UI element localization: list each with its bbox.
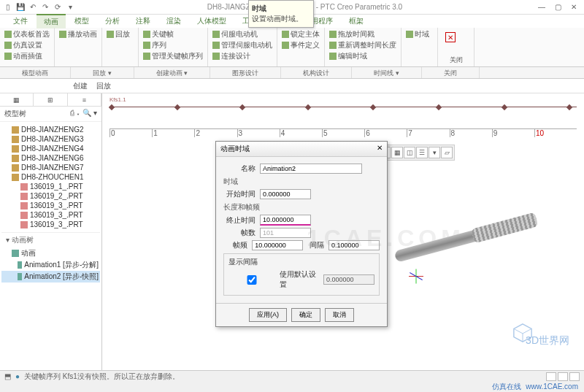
dialog-close-icon[interactable]: ✕ [377, 144, 383, 154]
clock-icon [329, 31, 337, 38]
sidebar-tab[interactable]: ≡ [68, 93, 101, 106]
keyframe-marker[interactable] [109, 104, 115, 110]
ribbon-item[interactable]: 序列 [143, 40, 203, 50]
minimize-icon[interactable]: — [534, 2, 549, 12]
timeline[interactable]: Kfs1.1 [110, 107, 577, 114]
tree-node: DH8-JIANZHENG7 [1, 163, 100, 172]
event-icon [282, 42, 289, 49]
close-ribbon-button[interactable]: ✕ [445, 32, 456, 42]
ribbon-item[interactable]: 回放 [107, 29, 134, 39]
name-input[interactable] [260, 164, 362, 174]
ribbon-item[interactable]: 伺服电动机 [212, 29, 272, 39]
tree-node: 136019_3_.PRT [1, 201, 100, 210]
keyframe-marker[interactable] [305, 104, 311, 110]
cancel-button[interactable]: 取消 [325, 308, 354, 322]
keyframe-marker[interactable] [174, 104, 180, 110]
regen-icon[interactable]: ⟳ [53, 2, 63, 12]
tab-annotate[interactable]: 注释 [128, 15, 158, 28]
display-interval-input[interactable] [323, 274, 374, 285]
open-icon[interactable]: ▯ [3, 2, 13, 12]
keyframe-marker[interactable] [370, 104, 376, 110]
ribbon-item[interactable]: 管理关键帧序列 [143, 51, 203, 61]
sidebar-tab[interactable]: ▦ [0, 93, 34, 106]
keyframe-marker[interactable] [566, 104, 572, 110]
ribbon-item[interactable]: 连接设计 [212, 51, 272, 61]
ribbon-item[interactable]: 仿真设置 [4, 40, 50, 50]
ribbon-item[interactable]: 关键帧 [143, 29, 203, 39]
start-time-input[interactable] [260, 189, 311, 199]
group-label[interactable]: 回放 ▾ [71, 67, 134, 78]
ribbon-item[interactable]: 编辑时域 [329, 51, 396, 61]
tab-frame[interactable]: 框架 [342, 15, 371, 28]
keyframe-marker[interactable] [436, 104, 442, 110]
tree-node: 动画 [1, 247, 100, 259]
create-button[interactable]: 创建 [73, 81, 88, 91]
playback-button[interactable]: 回放 [96, 81, 111, 91]
display-icon[interactable]: ☰ [416, 147, 428, 158]
perspective-icon[interactable]: ▱ [441, 147, 453, 158]
tab-model[interactable]: 模型 [67, 15, 96, 28]
watermark-cube-label: 3D世界网 [526, 334, 569, 347]
save-icon[interactable]: 💾 [15, 2, 26, 12]
sidebar-tabs: ▦ ⊞ ≡ [0, 93, 101, 107]
tooltip-body: 设置动画时域。 [252, 15, 303, 23]
time-ruler[interactable]: 0 1 2 3 4 5 6 7 8 9 10 [110, 128, 577, 137]
ribbon-item[interactable]: 拖放时间戳 [329, 29, 396, 39]
status-btn[interactable] [546, 372, 556, 381]
close-icon[interactable]: ✕ [566, 2, 581, 12]
assembly-icon [12, 155, 19, 162]
tab-file[interactable]: 文件 [6, 15, 35, 28]
view-icon[interactable]: ▦ [391, 147, 403, 158]
saved-view-icon[interactable]: ▾ [429, 147, 440, 158]
ruler-tick: 7 [407, 129, 449, 137]
frame-rate-input[interactable] [252, 240, 303, 250]
frames-label: 帧数 [223, 228, 256, 238]
play-icon [59, 31, 66, 38]
frame-count-input[interactable] [260, 228, 311, 238]
keyframe-marker[interactable] [501, 104, 507, 110]
ribbon-item[interactable]: 锁定主体 [282, 29, 320, 39]
tree-node: DH8-JIANZHENG2 [1, 125, 100, 134]
redo-icon[interactable]: ↷ [40, 2, 50, 12]
apply-button[interactable]: 应用(A) [249, 308, 287, 322]
ribbon-timedomain[interactable]: 时域 [406, 29, 433, 39]
tree-node: DH8-JIANZHENG4 [1, 144, 100, 153]
keyframe-marker[interactable] [239, 104, 245, 110]
tree-toolbar[interactable]: ⎙ ▾ 🔍 ▾ [70, 109, 97, 119]
tooltip-title: 时域 [252, 4, 266, 12]
tab-analysis[interactable]: 分析 [98, 15, 127, 28]
status-btn[interactable] [558, 372, 568, 381]
end-time-input[interactable] [260, 215, 311, 226]
ruler-end: 10 [534, 129, 577, 137]
maximize-icon[interactable]: ▢ [550, 2, 565, 12]
status-btn[interactable] [569, 372, 580, 381]
ribbon-item[interactable]: 动画插值 [4, 51, 50, 61]
tab-render[interactable]: 渲染 [159, 15, 188, 28]
group-label[interactable]: 创建动画 ▾ [134, 67, 211, 78]
group-label[interactable]: 时间线 ▾ [352, 67, 422, 78]
tab-animation[interactable]: 动画 [36, 14, 66, 28]
anim-icon [12, 250, 19, 257]
status-right [546, 372, 580, 381]
tab-manikin[interactable]: 人体模型 [190, 15, 234, 28]
ribbon-item[interactable]: 播放动画 [59, 29, 97, 39]
more-icon[interactable]: ▾ [65, 2, 75, 12]
sidebar-tab[interactable]: ⊞ [34, 93, 67, 106]
style-icon[interactable]: ◫ [404, 147, 415, 158]
timedomain-icon [406, 31, 413, 38]
model-tree[interactable]: DH8-JIANZHENG2 DH8-JIANZHENG3 DH8-JIANZH… [0, 122, 101, 371]
default-checkbox[interactable] [228, 275, 275, 285]
ribbon-item[interactable]: 管理伺服电动机 [212, 40, 272, 50]
graphics-area[interactable]: Kfs1.1 0 1 2 3 4 5 6 7 8 9 10 [102, 93, 584, 371]
ribbon-item[interactable]: 事件定义 [282, 40, 320, 50]
ok-button[interactable]: 确定 [291, 308, 320, 322]
checkbox-label: 使用默认设置 [280, 269, 319, 290]
status-message: 关键帧序列 Kfs1没有快照。所以正在放弃删除。 [24, 372, 180, 382]
gear-icon [4, 53, 12, 60]
ribbon-item[interactable]: 重新调整时间长度 [329, 40, 396, 50]
ribbon-item[interactable]: 仪表板首选 [4, 29, 50, 39]
undo-icon[interactable]: ↶ [28, 2, 38, 12]
info-icon: ● [15, 372, 20, 380]
anim-tree-header[interactable]: ▾ 动画树 [1, 232, 100, 247]
timeline-track[interactable] [110, 107, 577, 107]
